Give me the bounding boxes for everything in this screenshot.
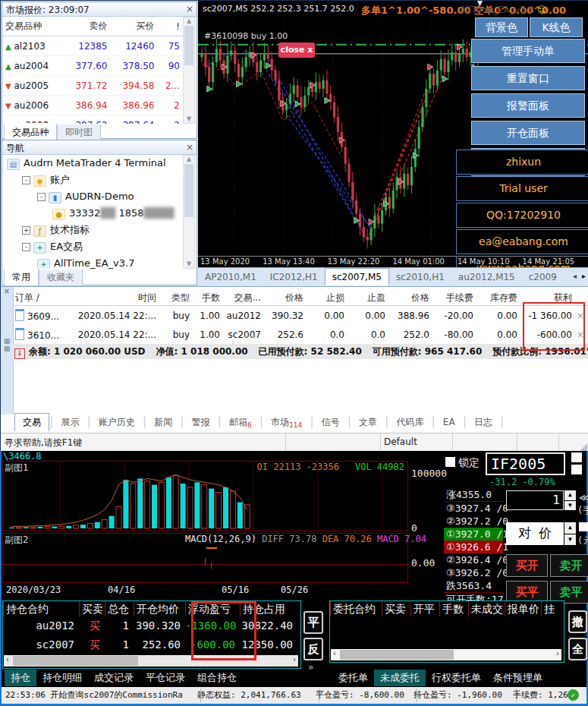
market-row[interactable]: ▼ au2006386.94386.962	[2, 96, 183, 115]
terminal-tab-信号[interactable]: 信号	[314, 414, 347, 431]
orders-col-header[interactable]: 时间	[74, 292, 159, 304]
chart-button-背景色[interactable]: 背景色	[475, 17, 528, 37]
positions-col-header[interactable]: 持仓合约	[3, 601, 79, 616]
position-row[interactable]: sc2007买1252.60-600.0012350.00	[3, 635, 300, 654]
scroll-down-icon[interactable]: ▼	[184, 115, 194, 123]
terminal-tab-警报[interactable]: 警报	[184, 414, 218, 431]
scroll-up-icon[interactable]: ▲	[184, 156, 194, 163]
terminal-tab-市场[interactable]: 市场114	[263, 414, 310, 431]
quantity-up-icon[interactable]: ▲	[564, 490, 576, 500]
tree-item[interactable]: -✦EA交易	[2, 238, 183, 255]
positions-tab-成交记录[interactable]: 成交记录	[88, 670, 140, 686]
chart-button-报警面板[interactable]: 报警面板	[471, 93, 585, 118]
orders-col-header[interactable]: 获利	[520, 292, 574, 304]
terminal-tab-交易[interactable]: 交易	[14, 413, 49, 431]
positions-col-header[interactable]: 开仓均价	[134, 601, 185, 616]
price-down-icon[interactable]: ▼	[564, 534, 576, 545]
close-position-button[interactable]: 平	[303, 611, 323, 634]
orders-col-header[interactable]: 价格	[388, 292, 432, 304]
orders-col-header[interactable]: 手数	[192, 292, 222, 304]
pending-col-header[interactable]: 开平	[410, 601, 439, 616]
orders-col-header[interactable]: 订单 /	[13, 292, 74, 304]
orders-col-header[interactable]: 止盈	[347, 292, 388, 304]
tree-item[interactable]: -▮AUDRN-Demo	[2, 188, 183, 205]
chart-tab-IC2012,H1[interactable]: IC2012,H1	[263, 269, 325, 285]
pending-tab-行权委托单[interactable]: 行权委托单	[426, 670, 487, 686]
terminal-tab-EA[interactable]: EA	[435, 414, 463, 430]
market-row[interactable]: ▲ al2103123851246075	[2, 36, 183, 56]
tree-item[interactable]: ✦AllTime_EA_v3.7	[2, 255, 183, 269]
subchart-1[interactable]: 副图1 OI 22113 -23356 VOL 44982	[2, 461, 408, 531]
positions-col-header[interactable]: 总仓	[105, 601, 134, 616]
tree-item[interactable]: ●33332██ 1858████	[2, 205, 183, 222]
navigator-tab-常用[interactable]: 常用	[4, 268, 39, 286]
close-icon[interactable]: ×	[1, 287, 13, 295]
order-row[interactable]: 3610...2020.05.14 22:...buy1.00sc2007252…	[13, 325, 588, 344]
orders-col-header[interactable]: 类型	[159, 292, 192, 304]
ladder-level[interactable]: ③3926.2 /0	[444, 566, 503, 579]
terminal-tab-账户历史[interactable]: 账户历史	[91, 414, 143, 431]
chart-button-开仓面板[interactable]: 开仓面板	[471, 121, 585, 145]
close-icon[interactable]: ×	[186, 4, 193, 14]
orders-col-header[interactable]: 库存费	[476, 292, 520, 304]
more-icon[interactable]: »	[308, 662, 313, 673]
reverse-position-button[interactable]: 反	[303, 638, 323, 660]
pending-col-header[interactable]: 委托合约	[330, 601, 382, 616]
resize-grip[interactable]	[580, 443, 587, 451]
ladder-level[interactable]: 跌3563.4	[444, 579, 503, 593]
ladder-level[interactable]: ①3926.6 /1	[444, 541, 503, 553]
market-scrollbar[interactable]: ▲ ▼	[183, 17, 195, 124]
price-up-icon[interactable]: ▲	[564, 522, 576, 534]
ladder-level[interactable]: 涨4355.0	[444, 488, 503, 502]
collapse-icon[interactable]: -	[37, 193, 46, 201]
market-row[interactable]: ▲ au2004377.60378.5090	[2, 56, 183, 76]
positions-col-header[interactable]: 浮动盈亏	[185, 601, 240, 616]
price-checkbox[interactable]	[579, 522, 588, 531]
collapse-icon[interactable]: -	[22, 176, 30, 184]
expand-icon[interactable]: +	[22, 226, 30, 235]
trade-button-卖开[interactable]: 卖开	[550, 554, 588, 577]
symbol-input[interactable]: IF2005	[486, 452, 565, 475]
market-tab-即时图[interactable]: 即时图	[57, 124, 101, 141]
pending-col-header[interactable]: 手数	[439, 601, 468, 616]
positions-hscroll[interactable]: ‹ ›	[4, 655, 298, 667]
scroll-up-icon[interactable]: ▲	[184, 17, 194, 25]
market-col-header[interactable]: 买价	[110, 17, 157, 36]
quantity-input[interactable]: 1	[506, 490, 564, 510]
close-order-icon[interactable]: ×	[574, 310, 586, 321]
pending-col-header[interactable]: 买卖	[382, 601, 410, 616]
chart-button-重置窗口[interactable]: 重置窗口	[471, 66, 585, 90]
tab-scroll-right-icon[interactable]: ▸	[582, 272, 586, 280]
ladder-level[interactable]: ②3927.2 /0	[444, 515, 503, 528]
chart-button-管理手动单[interactable]: 管理手动单	[471, 39, 585, 63]
panel-handle-icon[interactable]: ▦▩	[1, 337, 13, 352]
positions-tab-组合持仓[interactable]: 组合持仓	[191, 670, 243, 686]
subchart-2[interactable]: 副图2 MACD(12,26,9) DIFF 73.78 DEA 70.26 M…	[2, 533, 408, 583]
close-icon[interactable]: ×	[186, 142, 193, 153]
chart-tab-sc2010,H1[interactable]: sc2010,H1	[389, 269, 451, 285]
terminal-tab-展示[interactable]: 展示	[53, 414, 86, 431]
positions-tab-平仓记录[interactable]: 平仓记录	[140, 670, 191, 686]
cancel-order-button[interactable]: 撤	[568, 610, 587, 633]
market-tab-交易品种[interactable]: 交易品种	[4, 123, 57, 141]
navigator-tab-收藏夹[interactable]: 收藏夹	[39, 269, 83, 286]
tab-scroll-left-icon[interactable]: ◂	[573, 272, 577, 280]
market-row[interactable]: ▼ au2005371.72394.582...	[2, 76, 183, 96]
positions-col-header[interactable]: 持仓占用	[240, 601, 297, 616]
navigator-scrollbar[interactable]: ▲ ▼	[183, 155, 195, 269]
market-col-header[interactable]: 交易品种	[2, 17, 64, 36]
pending-col-header[interactable]: 挂	[541, 601, 561, 616]
orders-col-header[interactable]: 止损	[306, 292, 347, 304]
positions-col-header[interactable]: 买卖	[79, 601, 105, 616]
terminal-tab-邮箱[interactable]: 邮箱6	[222, 414, 259, 431]
position-row[interactable]: au2012买1390.320-1360.0030822.40	[3, 616, 300, 635]
tree-item[interactable]: +ƒ技术指标	[2, 222, 183, 238]
orders-col-header[interactable]: 价格	[263, 292, 306, 304]
ladder-level[interactable]: ②3926.4 /0	[444, 553, 503, 566]
order-row[interactable]: 3609...2020.05.14 22:...buy1.00au2012390…	[13, 306, 588, 325]
pending-tab-委托单[interactable]: 委托单	[332, 670, 374, 686]
panel-toggle-button[interactable]	[571, 465, 582, 474]
orders-col-header[interactable]: 交易...	[222, 292, 263, 304]
terminal-tab-代码库[interactable]: 代码库	[388, 414, 431, 431]
market-col-header[interactable]: 卖价	[64, 17, 111, 36]
